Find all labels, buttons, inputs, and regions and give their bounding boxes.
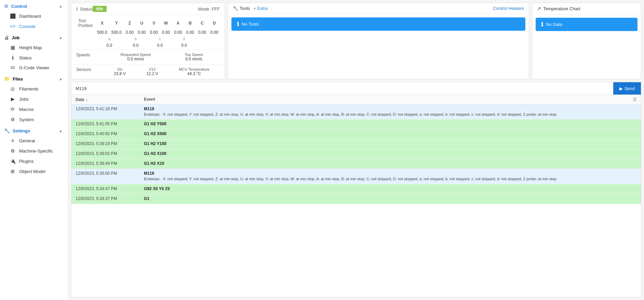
- log-row: 12/9/2023, 5:39:03 PMG1 H2 X100: [71, 149, 641, 159]
- log-row-event: G1 H2 X100: [144, 151, 637, 157]
- log-row-event-detail: Endstops - X: not stopped, Y: not stoppe…: [144, 112, 637, 117]
- sub-header-empty2: [196, 36, 220, 42]
- row1-x: 500.0: [95, 29, 109, 36]
- vin-value: 23.8 V: [114, 71, 126, 76]
- files-icon: 📁: [4, 76, 10, 82]
- sidebar-item-macros[interactable]: ⟳ Macros: [0, 104, 68, 114]
- v12-sensor: V12 12.2 V: [146, 67, 158, 76]
- chart-icon: ↗: [537, 6, 541, 11]
- sidebar-item-plugins[interactable]: 🔌 Plugins: [0, 156, 68, 166]
- tool-position-section: Tool Position X Y Z U V W A B C D: [71, 15, 225, 49]
- sidebar-item-plugins-label: Plugins: [19, 159, 34, 164]
- no-tools-text: No Tools: [242, 22, 259, 27]
- sensors-label: Sensors: [76, 67, 104, 76]
- row2-empty: [76, 42, 95, 49]
- macros-icon: ⟳: [10, 106, 16, 112]
- no-tools-banner: ℹ No Tools: [231, 17, 525, 31]
- heightmap-icon: ▦: [10, 45, 16, 50]
- chevron-up-icon-job: ▲: [59, 35, 63, 40]
- tools-tab[interactable]: 🔧 Tools: [233, 6, 250, 11]
- sub-header-empty: [76, 36, 95, 42]
- row1-c: 0.00: [196, 29, 208, 36]
- row1-y: 500.0: [109, 29, 124, 36]
- sidebar-section-job-label: Job: [12, 35, 19, 40]
- mode-label: Mode: FFF: [198, 6, 220, 12]
- sidebar-item-console[interactable]: <> Console: [0, 21, 68, 31]
- col-u-header: U: [136, 16, 148, 29]
- log-row-event-main: G1 H2 X10: [144, 161, 637, 166]
- log-table[interactable]: Date ↓ Event ☰ 12/9/2023, 5:41:18 PMM119…: [71, 95, 641, 297]
- sidebar-item-dashboard-label: Dashboard: [19, 14, 41, 19]
- sub-header-d: d: [172, 36, 196, 42]
- sensors-values: Vin 23.8 V V12 12.2 V MCU Temperature 44…: [104, 67, 220, 76]
- jobs-icon: ▶: [10, 96, 16, 102]
- log-col-menu[interactable]: ☰: [629, 97, 637, 102]
- objectmodel-icon: ⊞: [10, 169, 16, 174]
- col-v-header: V: [148, 16, 160, 29]
- sidebar-item-system-label: System: [19, 117, 34, 122]
- command-input[interactable]: [71, 83, 613, 94]
- send-button[interactable]: ▶ Send: [613, 82, 641, 95]
- sidebar-item-dashboard[interactable]: ⬛ Dashboard: [0, 11, 68, 21]
- sidebar-item-object-model[interactable]: ⊞ Object Model: [0, 166, 68, 176]
- console-icon: <>: [10, 24, 16, 29]
- log-row-date: 12/9/2023, 5:35:00 PM: [76, 171, 144, 176]
- info-icon: ℹ: [10, 55, 16, 60]
- mcu-label: MCU Temperature: [179, 67, 210, 71]
- sidebar-section-job[interactable]: 🖨 Job ▲: [0, 31, 68, 42]
- col-y-header: Y: [109, 16, 124, 29]
- sidebar-item-machine-specific-label: Machine-Specific: [19, 148, 53, 154]
- log-row-event: G1 H2 Y500: [144, 122, 637, 127]
- sidebar-item-general[interactable]: ≡ General: [0, 135, 68, 146]
- sidebar-item-height-map[interactable]: ▦ Height Map: [0, 42, 68, 53]
- temp-panel-header: ↗ Temperature Chart: [532, 3, 641, 14]
- col-d-header: D: [208, 16, 220, 29]
- main-content: ℹ Status Idle Mode: FFF Tool Position X …: [68, 0, 644, 300]
- sidebar-item-jobs[interactable]: ▶ Jobs: [0, 94, 68, 104]
- row1-v: 0.00: [148, 29, 160, 36]
- col-c-header: C: [196, 16, 208, 29]
- log-row-event-main: G92 X0 Y0 Z0: [144, 186, 637, 191]
- sidebar-item-object-model-label: Object Model: [19, 169, 45, 174]
- log-row-date: 12/9/2023, 5:41:05 PM: [76, 122, 144, 126]
- control-heaters-link[interactable]: Control Heaters: [493, 6, 524, 11]
- status-panel-header: ℹ Status Idle Mode: FFF: [71, 3, 225, 15]
- v12-label: V12: [146, 67, 158, 71]
- sidebar-item-status[interactable]: ℹ Status: [0, 53, 68, 63]
- info-circle-icon: ℹ: [76, 6, 78, 12]
- log-row-event: M119Endstops - X: not stopped, Y: not st…: [144, 171, 637, 182]
- log-row-event-main: G1 H2 X500: [144, 131, 637, 136]
- row1-a: 0.00: [172, 29, 184, 36]
- sidebar-item-filaments[interactable]: ◎ Filaments: [0, 84, 68, 94]
- send-icon: ▶: [619, 86, 623, 91]
- mcu-value: 44.3 °C: [179, 71, 210, 76]
- speeds-section: Speeds Requested Speed 0.0 mm/s Top Spee…: [71, 50, 225, 64]
- sidebar-item-machine-specific[interactable]: ⚙ Machine-Specific: [0, 146, 68, 156]
- tool-position-row1: 500.0 500.0 0.00 0.00 0.00 0.00 0.00 0.0…: [76, 29, 220, 36]
- sort-arrow-icon: ↓: [86, 97, 88, 102]
- wrench-icon: 🔧: [233, 6, 238, 11]
- sidebar-section-settings[interactable]: 🔧 Settings ▲: [0, 125, 68, 135]
- sidebar-item-gcode-viewer[interactable]: 3D G-Code Viewer: [0, 63, 68, 73]
- tool-position-row-label-cell: Tool Position: [76, 16, 95, 29]
- sidebar-item-system[interactable]: ⚙ System: [0, 114, 68, 125]
- log-row-event-main: G1 H2 X100: [144, 151, 637, 156]
- log-row: 12/9/2023, 5:41:05 PMG1 H2 Y500: [71, 119, 641, 129]
- log-row-event: G1 H2 X10: [144, 161, 637, 167]
- sidebar-section-files[interactable]: 📁 Files ▲: [0, 73, 68, 84]
- settings-icon: 🔧: [4, 128, 10, 133]
- status-text: Status: [80, 6, 93, 12]
- sidebar: ⚙ Control ▲ ⬛ Dashboard <> Console 🖨 Job…: [0, 0, 68, 300]
- extra-link[interactable]: + Extra: [253, 6, 268, 11]
- sub-header-c: c: [148, 36, 172, 42]
- sidebar-item-general-label: General: [19, 138, 35, 143]
- sidebar-section-control[interactable]: ⚙ Control ▲: [0, 0, 68, 11]
- sliders-icon: ⚙: [4, 3, 9, 9]
- tool-position-header-row: Tool Position X Y Z U V W A B C D: [76, 16, 220, 29]
- print-icon: 🖨: [4, 35, 9, 40]
- status-label: ℹ Status: [76, 6, 93, 12]
- log-col-date-header[interactable]: Date ↓: [76, 97, 144, 102]
- sidebar-item-status-label: Status: [19, 55, 32, 60]
- command-bar: ▶ Send: [71, 82, 641, 95]
- sidebar-item-filaments-label: Filaments: [19, 86, 38, 91]
